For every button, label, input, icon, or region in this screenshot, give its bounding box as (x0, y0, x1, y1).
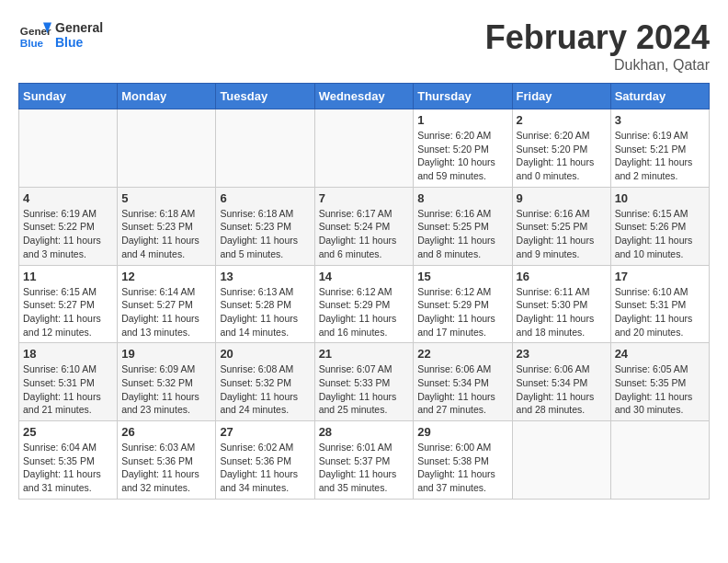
day-info: Sunrise: 6:08 AM Sunset: 5:32 PM Dayligh… (220, 362, 310, 417)
day-info: Sunrise: 6:15 AM Sunset: 5:27 PM Dayligh… (23, 285, 113, 339)
calendar-table: SundayMondayTuesdayWednesdayThursdayFrid… (18, 83, 710, 500)
logo: General Blue General Blue (18, 18, 103, 52)
day-info: Sunrise: 6:03 AM Sunset: 5:36 PM Dayligh… (121, 441, 211, 495)
day-number: 20 (220, 347, 310, 361)
day-info: Sunrise: 6:00 AM Sunset: 5:38 PM Dayligh… (417, 441, 507, 495)
title-block: February 2024 Dukhan, Qatar (485, 18, 710, 74)
calendar-day-cell (314, 109, 414, 188)
calendar-header-cell: Thursday (414, 84, 512, 109)
calendar-day-cell: 12Sunrise: 6:14 AM Sunset: 5:27 PM Dayli… (118, 265, 216, 343)
main-title: February 2024 (485, 18, 710, 57)
day-number: 16 (517, 270, 607, 283)
day-info: Sunrise: 6:12 AM Sunset: 5:29 PM Dayligh… (319, 285, 410, 339)
calendar-week-row: 1Sunrise: 6:20 AM Sunset: 5:20 PM Daylig… (19, 109, 710, 188)
calendar-week-row: 4Sunrise: 6:19 AM Sunset: 5:22 PM Daylig… (19, 187, 710, 265)
calendar-day-cell: 17Sunrise: 6:10 AM Sunset: 5:31 PM Dayli… (610, 265, 709, 343)
calendar-day-cell: 26Sunrise: 6:03 AM Sunset: 5:36 PM Dayli… (118, 421, 216, 500)
day-info: Sunrise: 6:06 AM Sunset: 5:34 PM Dayligh… (417, 362, 507, 417)
day-number: 15 (417, 270, 507, 283)
day-number: 7 (319, 191, 410, 205)
day-number: 3 (615, 113, 705, 127)
calendar-day-cell: 16Sunrise: 6:11 AM Sunset: 5:30 PM Dayli… (512, 265, 610, 343)
day-number: 26 (121, 425, 211, 439)
calendar-day-cell: 10Sunrise: 6:15 AM Sunset: 5:26 PM Dayli… (610, 187, 709, 265)
day-info: Sunrise: 6:02 AM Sunset: 5:36 PM Dayligh… (220, 441, 310, 495)
day-info: Sunrise: 6:16 AM Sunset: 5:25 PM Dayligh… (517, 207, 607, 261)
day-number: 23 (517, 347, 607, 361)
day-number: 12 (121, 270, 211, 283)
day-info: Sunrise: 6:13 AM Sunset: 5:28 PM Dayligh… (220, 285, 310, 339)
calendar-day-cell: 27Sunrise: 6:02 AM Sunset: 5:36 PM Dayli… (216, 421, 314, 500)
logo-icon: General Blue (18, 18, 51, 52)
calendar-day-cell: 21Sunrise: 6:07 AM Sunset: 5:33 PM Dayli… (314, 343, 414, 421)
calendar-day-cell (19, 109, 118, 188)
calendar-week-row: 11Sunrise: 6:15 AM Sunset: 5:27 PM Dayli… (19, 265, 710, 343)
day-info: Sunrise: 6:18 AM Sunset: 5:23 PM Dayligh… (121, 207, 211, 261)
calendar-header-cell: Tuesday (216, 84, 314, 109)
calendar-header-cell: Wednesday (314, 84, 414, 109)
day-number: 22 (417, 347, 507, 361)
calendar-day-cell: 1Sunrise: 6:20 AM Sunset: 5:20 PM Daylig… (414, 109, 512, 188)
day-number: 19 (121, 347, 211, 361)
day-number: 28 (319, 425, 410, 439)
day-info: Sunrise: 6:06 AM Sunset: 5:34 PM Dayligh… (517, 362, 607, 417)
calendar-header-cell: Friday (512, 84, 610, 109)
day-number: 13 (220, 270, 310, 283)
calendar-week-row: 18Sunrise: 6:10 AM Sunset: 5:31 PM Dayli… (19, 343, 710, 421)
calendar-day-cell: 22Sunrise: 6:06 AM Sunset: 5:34 PM Dayli… (414, 343, 512, 421)
calendar-body: 1Sunrise: 6:20 AM Sunset: 5:20 PM Daylig… (19, 109, 710, 500)
day-number: 17 (615, 270, 705, 283)
calendar-day-cell: 25Sunrise: 6:04 AM Sunset: 5:35 PM Dayli… (19, 421, 118, 500)
calendar-header-row: SundayMondayTuesdayWednesdayThursdayFrid… (19, 84, 710, 109)
calendar-header-cell: Saturday (610, 84, 709, 109)
calendar-header-cell: Monday (118, 84, 216, 109)
day-number: 27 (220, 425, 310, 439)
calendar-day-cell (512, 421, 610, 500)
calendar-week-row: 25Sunrise: 6:04 AM Sunset: 5:35 PM Dayli… (19, 421, 710, 500)
day-number: 14 (319, 270, 410, 283)
day-number: 29 (417, 425, 507, 439)
calendar-header-cell: Sunday (19, 84, 118, 109)
day-info: Sunrise: 6:20 AM Sunset: 5:20 PM Dayligh… (517, 129, 607, 183)
day-number: 18 (23, 347, 113, 361)
calendar-day-cell: 15Sunrise: 6:12 AM Sunset: 5:29 PM Dayli… (414, 265, 512, 343)
day-number: 6 (220, 191, 310, 205)
day-number: 21 (319, 347, 410, 361)
day-number: 1 (417, 113, 507, 127)
logo-line1: General (55, 20, 103, 35)
calendar-day-cell: 24Sunrise: 6:05 AM Sunset: 5:35 PM Dayli… (610, 343, 709, 421)
day-info: Sunrise: 6:19 AM Sunset: 5:21 PM Dayligh… (615, 129, 705, 183)
calendar-day-cell: 23Sunrise: 6:06 AM Sunset: 5:34 PM Dayli… (512, 343, 610, 421)
day-info: Sunrise: 6:10 AM Sunset: 5:31 PM Dayligh… (23, 362, 113, 417)
day-number: 8 (417, 191, 507, 205)
day-number: 24 (615, 347, 705, 361)
page-header: General Blue General Blue February 2024 … (18, 18, 710, 74)
day-info: Sunrise: 6:12 AM Sunset: 5:29 PM Dayligh… (417, 285, 507, 339)
calendar-day-cell: 19Sunrise: 6:09 AM Sunset: 5:32 PM Dayli… (118, 343, 216, 421)
calendar-day-cell: 7Sunrise: 6:17 AM Sunset: 5:24 PM Daylig… (314, 187, 414, 265)
subtitle: Dukhan, Qatar (485, 57, 710, 74)
day-number: 25 (23, 425, 113, 439)
calendar-day-cell: 6Sunrise: 6:18 AM Sunset: 5:23 PM Daylig… (216, 187, 314, 265)
day-info: Sunrise: 6:01 AM Sunset: 5:37 PM Dayligh… (319, 441, 410, 495)
day-info: Sunrise: 6:20 AM Sunset: 5:20 PM Dayligh… (417, 129, 507, 183)
day-info: Sunrise: 6:16 AM Sunset: 5:25 PM Dayligh… (417, 207, 507, 261)
day-number: 4 (23, 191, 113, 205)
calendar-day-cell (118, 109, 216, 188)
day-info: Sunrise: 6:14 AM Sunset: 5:27 PM Dayligh… (121, 285, 211, 339)
day-number: 5 (121, 191, 211, 205)
day-info: Sunrise: 6:09 AM Sunset: 5:32 PM Dayligh… (121, 362, 211, 417)
day-info: Sunrise: 6:18 AM Sunset: 5:23 PM Dayligh… (220, 207, 310, 261)
day-number: 10 (615, 191, 705, 205)
day-number: 2 (517, 113, 607, 127)
calendar-day-cell: 8Sunrise: 6:16 AM Sunset: 5:25 PM Daylig… (414, 187, 512, 265)
calendar-day-cell: 13Sunrise: 6:13 AM Sunset: 5:28 PM Dayli… (216, 265, 314, 343)
calendar-day-cell: 29Sunrise: 6:00 AM Sunset: 5:38 PM Dayli… (414, 421, 512, 500)
calendar-day-cell (610, 421, 709, 500)
calendar-day-cell: 2Sunrise: 6:20 AM Sunset: 5:20 PM Daylig… (512, 109, 610, 188)
logo-line2: Blue (55, 35, 103, 50)
calendar-day-cell: 14Sunrise: 6:12 AM Sunset: 5:29 PM Dayli… (314, 265, 414, 343)
day-info: Sunrise: 6:17 AM Sunset: 5:24 PM Dayligh… (319, 207, 410, 261)
day-info: Sunrise: 6:10 AM Sunset: 5:31 PM Dayligh… (615, 285, 705, 339)
calendar-day-cell: 9Sunrise: 6:16 AM Sunset: 5:25 PM Daylig… (512, 187, 610, 265)
